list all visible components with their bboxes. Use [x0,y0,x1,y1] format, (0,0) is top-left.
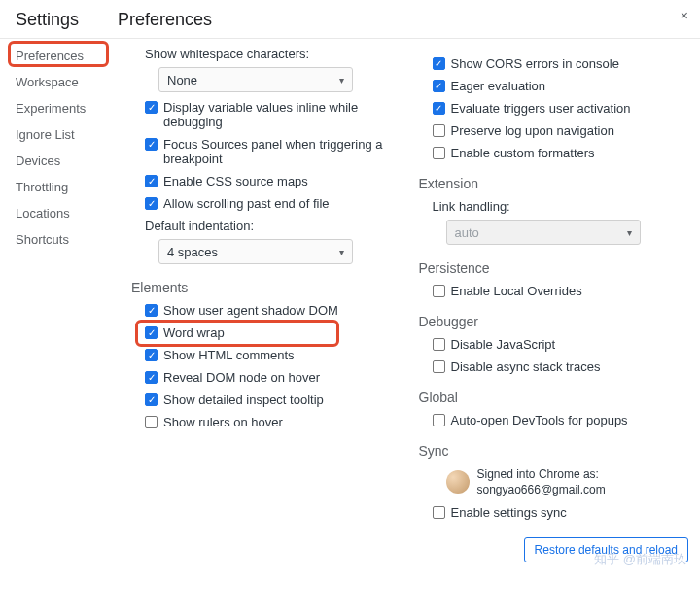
select-link-handling[interactable]: auto ▾ [446,220,641,245]
row-local-overrides: Enable Local Overrides [433,284,689,298]
row-shadow-dom: Show user agent shadow DOM [145,303,402,318]
label-reveal-hover: Reveal DOM node on hover [163,370,320,385]
label-eager: Eager evaluation [451,79,546,93]
label-disable-js: Disable JavaScript [451,337,556,352]
sidebar: Preferences Workspace Experiments Ignore… [0,39,118,613]
section-debugger: Debugger [419,314,689,329]
label-detailed-tooltip: Show detailed inspect tooltip [163,392,324,407]
sidebar-item-preferences[interactable]: Preferences [0,43,118,69]
sync-account-text: Signed into Chrome as: songyao666@gmail.… [477,466,606,497]
label-focus-sources: Focus Sources panel when triggering a br… [163,137,402,166]
caret-down-icon: ▾ [339,247,344,257]
column-right: Show CORS errors in console Eager evalua… [419,39,695,613]
checkbox-preserve-log[interactable] [433,124,445,137]
checkbox-detailed-tooltip[interactable] [145,393,158,406]
checkbox-auto-open[interactable] [433,414,445,426]
row-rulers-hover: Show rulers on hover [145,415,402,429]
label-rulers-hover: Show rulers on hover [163,415,283,429]
select-whitespace-value: None [167,73,197,87]
label-css-maps: Enable CSS source maps [163,174,308,188]
select-indentation[interactable]: 4 spaces ▾ [158,239,353,264]
label-custom-fmt: Enable custom formatters [451,146,595,160]
section-extension: Extension [419,176,689,191]
checkbox-custom-fmt[interactable] [433,147,445,159]
sidebar-item-ignore-list[interactable]: Ignore List [0,121,118,148]
avatar [446,470,470,494]
checkbox-cors[interactable] [433,57,445,70]
row-disable-js: Disable JavaScript [433,337,689,352]
section-persistence: Persistence [419,260,689,276]
sidebar-item-devices[interactable]: Devices [0,148,118,174]
checkbox-disable-async[interactable] [433,360,445,373]
row-preserve-log: Preserve log upon navigation [433,123,689,138]
header: Settings Preferences × [0,0,700,39]
checkbox-scroll-past[interactable] [145,197,158,210]
label-word-wrap: Word wrap [163,325,225,340]
checkbox-enable-sync[interactable] [433,506,445,519]
checkbox-eval-activation[interactable] [433,102,445,115]
row-focus-sources: Focus Sources panel when triggering a br… [145,137,402,166]
checkbox-local-overrides[interactable] [433,285,445,297]
body: Preferences Workspace Experiments Ignore… [0,39,700,613]
checkbox-reveal-hover[interactable] [145,371,158,384]
page-title: Preferences [118,10,212,30]
row-auto-open: Auto-open DevTools for popups [433,413,689,427]
label-shadow-dom: Show user agent shadow DOM [163,303,338,318]
label-display-inline: Display variable values inline while deb… [163,100,402,129]
section-global: Global [419,390,689,405]
row-cors: Show CORS errors in console [433,56,689,71]
label-auto-open: Auto-open DevTools for popups [451,413,628,427]
sidebar-item-workspace[interactable]: Workspace [0,69,118,95]
close-button[interactable]: × [681,8,688,23]
label-local-overrides: Enable Local Overrides [451,284,582,298]
section-elements: Elements [131,280,402,295]
row-css-maps: Enable CSS source maps [145,174,402,188]
label-preserve-log: Preserve log upon navigation [451,123,614,138]
row-reveal-hover: Reveal DOM node on hover [145,370,402,385]
select-whitespace[interactable]: None ▾ [158,67,353,92]
row-custom-fmt: Enable custom formatters [433,146,689,160]
row-enable-sync: Enable settings sync [433,505,689,520]
sync-line2: songyao666@gmail.com [477,482,606,497]
caret-down-icon: ▾ [627,227,632,238]
checkbox-display-inline[interactable] [145,101,158,114]
row-eager: Eager evaluation [433,79,689,93]
row-eval-activation: Evaluate triggers user activation [433,101,689,116]
row-disable-async: Disable async stack traces [433,359,689,374]
checkbox-eager[interactable] [433,80,445,92]
sidebar-item-throttling[interactable]: Throttling [0,174,118,200]
select-link-handling-value: auto [455,225,479,240]
column-left: Show whitespace characters: None ▾ Displ… [131,39,419,613]
restore-defaults-button[interactable]: Restore defaults and reload [524,537,688,562]
sidebar-item-locations[interactable]: Locations [0,200,118,226]
row-scroll-past: Allow scrolling past end of file [145,196,402,211]
label-cors: Show CORS errors in console [451,56,619,71]
checkbox-word-wrap[interactable] [145,326,158,339]
label-enable-sync: Enable settings sync [451,505,567,520]
select-indentation-value: 4 spaces [167,245,218,259]
checkbox-disable-js[interactable] [433,338,445,351]
label-html-comments: Show HTML comments [163,348,295,362]
sidebar-item-shortcuts[interactable]: Shortcuts [0,226,118,253]
row-word-wrap: Word wrap [145,325,402,340]
checkbox-css-maps[interactable] [145,175,158,187]
sidebar-item-experiments[interactable]: Experiments [0,95,118,121]
content: Show whitespace characters: None ▾ Displ… [118,39,700,613]
settings-title: Settings [16,10,118,30]
checkbox-shadow-dom[interactable] [145,304,158,317]
label-scroll-past: Allow scrolling past end of file [163,196,330,211]
row-html-comments: Show HTML comments [145,348,402,362]
label-indentation: Default indentation: [145,219,402,233]
row-display-inline: Display variable values inline while deb… [145,100,402,129]
section-sync: Sync [419,443,689,459]
label-whitespace: Show whitespace characters: [145,47,402,61]
caret-down-icon: ▾ [339,75,344,85]
label-link-handling: Link handling: [433,199,689,214]
sync-line1: Signed into Chrome as: [477,466,606,482]
checkbox-focus-sources[interactable] [145,138,158,151]
checkbox-rulers-hover[interactable] [145,416,158,428]
label-eval-activation: Evaluate triggers user activation [451,101,631,116]
label-disable-async: Disable async stack traces [451,359,601,374]
row-detailed-tooltip: Show detailed inspect tooltip [145,392,402,407]
checkbox-html-comments[interactable] [145,349,158,361]
